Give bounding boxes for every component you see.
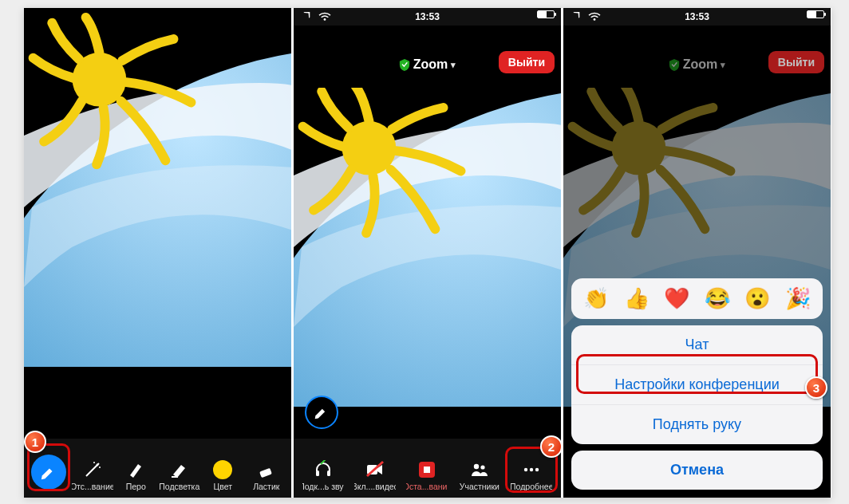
more-tool[interactable]: Подробнее	[511, 459, 552, 491]
chevron-down-icon: ▾	[721, 60, 725, 70]
more-action-sheet: 👏 👍 ❤️ 😂 😮 🎉 Чат Настройки конференции П…	[571, 278, 823, 490]
annotation-toolbar: Отс...вание Перо Подсветка Цвет Ластик	[24, 439, 291, 498]
cancel-action[interactable]: Отмена	[571, 451, 823, 490]
battery-icon	[807, 10, 824, 18]
chevron-down-icon: ▾	[451, 60, 456, 70]
reaction-laugh[interactable]: 😂	[705, 286, 730, 311]
more-icon	[521, 459, 542, 480]
tool-label: Подсветка	[159, 482, 199, 491]
reaction-party[interactable]: 🎉	[785, 286, 811, 311]
status-bar: 13:53	[294, 8, 561, 26]
tool-label: Вкл....видео	[354, 482, 396, 491]
highlight-tool[interactable]: Подсветка	[159, 459, 200, 491]
reaction-heart[interactable]: ❤️	[664, 286, 689, 311]
screen-1: Отс...вание Перо Подсветка Цвет Ластик 1	[24, 8, 291, 498]
step-badge-3: 3	[805, 376, 827, 399]
screen-3: 13:53 Zoom ▾ Выйти 👏 👍 ❤️ 😂 😮	[563, 8, 831, 498]
reaction-thumbs[interactable]: 👍	[624, 286, 650, 311]
participants-tool[interactable]: Участники	[459, 459, 500, 491]
clock: 13:53	[685, 11, 709, 22]
eraser-tool[interactable]: Ластик	[246, 459, 287, 491]
wifi-icon	[587, 10, 602, 22]
drawing-canvas[interactable]	[24, 8, 291, 437]
step-badge-2: 2	[540, 435, 561, 458]
pencil-icon	[314, 404, 330, 420]
meeting-settings-label: Настройки конференции	[614, 376, 780, 392]
spotlight-tool[interactable]: Отс...вание	[72, 459, 113, 491]
headphones-icon	[313, 459, 334, 480]
meeting-settings-action[interactable]: Настройки конференции	[571, 364, 823, 404]
tool-label: Цвет	[213, 482, 232, 491]
eraser-icon	[256, 459, 277, 480]
color-icon	[212, 459, 233, 480]
status-bar: 13:53	[563, 8, 831, 26]
pencil-tool[interactable]	[28, 455, 69, 491]
tool-label: Отс...вание	[72, 482, 113, 491]
tool-label: Оста...вание	[406, 482, 448, 491]
reaction-wow[interactable]: 😮	[744, 286, 770, 311]
wand-icon	[82, 459, 103, 480]
pen-tool[interactable]: Перо	[115, 459, 156, 491]
shield-icon	[669, 58, 680, 71]
tool-label: Перо	[126, 482, 146, 491]
leave-button[interactable]: Выйти	[499, 51, 555, 73]
screen-2: 13:53 Zoom ▾ Выйти Подк...ь звук В	[294, 8, 561, 498]
leave-label: Выйти	[508, 56, 545, 69]
stop-icon	[417, 459, 437, 480]
reactions-row: 👏 👍 ❤️ 😂 😮 🎉	[571, 278, 823, 319]
stop-share-tool[interactable]: Оста...вание	[406, 459, 448, 491]
reaction-clap[interactable]: 👏	[583, 286, 609, 311]
airplane-icon	[570, 10, 582, 22]
pen-icon	[125, 459, 146, 480]
annotate-fab[interactable]	[305, 396, 338, 429]
clock: 13:53	[415, 11, 440, 22]
tool-label: Участники	[460, 482, 500, 491]
battery-icon	[537, 10, 555, 18]
shield-icon	[399, 58, 410, 71]
audio-tool[interactable]: Подк...ь звук	[302, 459, 344, 491]
tool-label: Ластик	[253, 482, 279, 491]
leave-button[interactable]: Выйти	[768, 51, 824, 73]
tool-label: Подк...ь звук	[302, 482, 344, 491]
meeting-title: Zoom	[413, 57, 448, 72]
meeting-canvas[interactable]	[294, 88, 561, 437]
people-icon	[469, 459, 490, 480]
chat-action[interactable]: Чат	[571, 325, 823, 364]
color-tool[interactable]: Цвет	[202, 459, 243, 491]
video-tool[interactable]: Вкл....видео	[354, 459, 396, 491]
step-badge-1: 1	[24, 431, 46, 453]
meeting-toolbar: Подк...ь звук Вкл....видео Оста...вание …	[294, 439, 561, 498]
leave-label: Выйти	[778, 56, 815, 69]
wifi-icon	[318, 10, 332, 22]
tool-label: Подробнее	[511, 482, 552, 491]
marker-icon	[169, 459, 190, 480]
video-off-icon	[365, 459, 385, 480]
airplane-icon	[300, 10, 313, 22]
pencil-icon	[31, 455, 66, 490]
raise-hand-action[interactable]: Поднять руку	[571, 404, 823, 444]
meeting-title: Zoom	[683, 57, 718, 72]
